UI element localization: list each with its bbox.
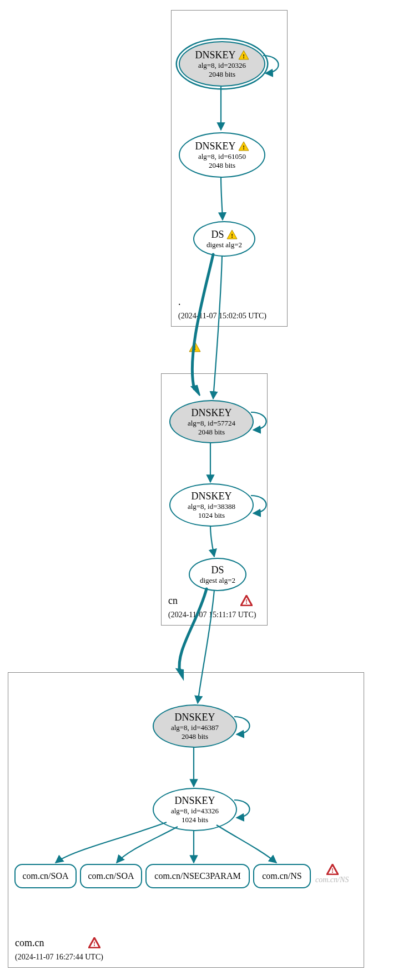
node-title: DS ! bbox=[211, 229, 237, 241]
node-root-zsk: DNSKEY ! alg=8, id=61050 2048 bits bbox=[179, 132, 265, 178]
node-label: com.cn/NSEC3PARAM bbox=[154, 871, 240, 881]
error-icon: ! bbox=[326, 864, 339, 877]
zone-root-timestamp: (2024-11-07 15:02:05 UTC) bbox=[178, 312, 266, 320]
node-rr-nsec3: com.cn/NSEC3PARAM bbox=[145, 864, 250, 888]
node-sub: 2048 bits bbox=[182, 732, 208, 741]
node-sub: digest alg=2 bbox=[206, 241, 242, 249]
error-icon: ! bbox=[88, 937, 100, 952]
node-sub: 2048 bits bbox=[209, 161, 235, 170]
node-title: DNSKEY ! bbox=[195, 49, 249, 61]
zone-comcn-label: com.cn ! (2024-11-07 16:27:44 UTC) bbox=[15, 937, 103, 963]
node-rr-soa2: com.cn/SOA bbox=[80, 864, 142, 888]
warning-icon: ! bbox=[189, 341, 201, 354]
node-sub: alg=8, id=61050 bbox=[198, 152, 246, 161]
node-sub: 1024 bits bbox=[182, 816, 208, 824]
zone-cn-timestamp: (2024-11-07 15:11:17 UTC) bbox=[168, 611, 256, 619]
node-cn-ds: DS digest alg=2 bbox=[189, 558, 246, 591]
node-cn-ksk: DNSKEY alg=8, id=57724 2048 bits bbox=[169, 400, 254, 443]
zone-comcn-name: com.cn bbox=[15, 937, 44, 948]
node-sub: alg=8, id=57724 bbox=[188, 419, 235, 428]
svg-text:!: ! bbox=[243, 144, 245, 151]
zone-cn-name: cn bbox=[168, 595, 178, 606]
node-title: DNSKEY bbox=[174, 712, 215, 723]
node-sub: alg=8, id=38388 bbox=[188, 502, 235, 511]
node-sub: 1024 bits bbox=[198, 511, 225, 520]
svg-text:!: ! bbox=[243, 53, 245, 59]
node-sub: alg=8, id=46387 bbox=[171, 723, 219, 732]
node-title: DS bbox=[211, 564, 224, 576]
node-sub: digest alg=2 bbox=[200, 576, 235, 585]
svg-text:!: ! bbox=[245, 598, 248, 606]
node-comcn-zsk: DNSKEY alg=8, id=43326 1024 bits bbox=[153, 788, 237, 831]
svg-text:!: ! bbox=[331, 867, 334, 874]
node-title: DNSKEY bbox=[191, 407, 231, 419]
node-sub: 2048 bits bbox=[209, 70, 235, 79]
node-sub: alg=8, id=43326 bbox=[171, 807, 219, 816]
zone-root-label: . (2024-11-07 15:02:05 UTC) bbox=[178, 296, 266, 322]
node-title: DNSKEY bbox=[191, 491, 231, 502]
node-rr-soa1: com.cn/SOA bbox=[14, 864, 77, 888]
warning-icon: ! bbox=[226, 229, 238, 239]
node-label: com.cn/SOA bbox=[22, 871, 68, 881]
node-comcn-ksk: DNSKEY alg=8, id=46387 2048 bits bbox=[153, 704, 237, 748]
zone-root-name: . bbox=[178, 296, 181, 307]
svg-text:!: ! bbox=[93, 940, 95, 948]
node-cn-zsk: DNSKEY alg=8, id=38388 1024 bits bbox=[169, 483, 254, 527]
node-title: DNSKEY bbox=[174, 795, 215, 807]
svg-text:!: ! bbox=[194, 344, 196, 352]
node-title: DNSKEY ! bbox=[195, 141, 249, 152]
error-icon: ! bbox=[240, 595, 253, 609]
zone-comcn-timestamp: (2024-11-07 16:27:44 UTC) bbox=[15, 953, 103, 961]
node-rr-ns: com.cn/NS bbox=[253, 864, 311, 888]
warning-icon: ! bbox=[238, 50, 249, 60]
zone-cn-label: cn ! (2024-11-07 15:11:17 UTC) bbox=[168, 594, 260, 621]
node-label: com.cn/SOA bbox=[88, 871, 134, 881]
svg-text:!: ! bbox=[231, 232, 233, 239]
node-root-ds: DS ! digest alg=2 bbox=[193, 221, 255, 257]
node-root-ksk: DNSKEY ! alg=8, id=20326 2048 bits bbox=[179, 41, 265, 87]
node-sub: 2048 bits bbox=[198, 428, 225, 437]
warning-icon: ! bbox=[238, 141, 249, 151]
node-sub: alg=8, id=20326 bbox=[198, 61, 246, 70]
node-label: com.cn/NS bbox=[262, 871, 302, 881]
